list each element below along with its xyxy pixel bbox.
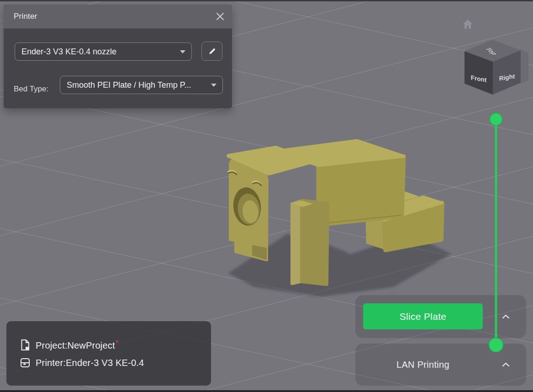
model-blocky-dog[interactable] [201,132,466,306]
lan-printing-button[interactable]: LAN Printing [363,344,483,386]
project-status-row: Project:NewProject* [20,339,211,351]
project-status-panel: Project:NewProject* Printer:Ender-3 V3 K… [6,321,211,386]
slicer-3d-viewport: Top Front Right Printer Ender-3 V3 KE-0.… [0,0,533,392]
printer-device-icon [20,357,30,368]
project-line: Project:NewProject [36,340,115,350]
window-top-edge [0,0,533,1]
chevron-down-icon [211,84,216,87]
bed-type-value: Smooth PEI Plate / High Temp P... [67,80,191,90]
view-cube[interactable]: Top Front Right [459,37,533,98]
layer-slider[interactable] [483,109,509,354]
layer-slider-handle-bottom[interactable] [489,338,503,352]
close-icon[interactable] [216,12,225,21]
pencil-icon [208,48,216,55]
active-printer-text: Printer:Ender-3 V3 KE-0.4 [36,358,144,368]
edit-preset-button[interactable] [201,42,222,61]
printer-panel-title: Printer [14,12,37,21]
chevron-down-icon [180,50,185,53]
layer-slider-handle-top[interactable] [490,113,502,126]
printer-panel-header: Printer [4,5,232,29]
home-icon[interactable] [462,19,474,30]
project-name-text: Project:NewProject* [36,339,119,351]
model-front-leg [292,201,327,284]
printer-status-row: Printer:Ender-3 V3 KE-0.4 [20,357,211,368]
printer-preset-dropdown[interactable]: Ender-3 V3 KE-0.4 nozzle [15,42,192,61]
print-options-chevron-up-icon[interactable] [502,362,510,367]
project-file-icon [20,339,30,351]
modified-marker: * [116,339,119,348]
printer-panel: Printer Ender-3 V3 KE-0.4 nozzle Bed Typ… [4,5,232,108]
bed-type-dropdown[interactable]: Smooth PEI Plate / High Temp P... [60,76,223,94]
window-bottom-edge [0,390,533,392]
slice-plate-button[interactable]: Slice Plate [363,303,483,329]
view-cube-back-sliver [521,49,528,84]
printer-preset-value: Ender-3 V3 KE-0.4 nozzle [21,47,116,57]
bed-type-label: Bed Type: [14,80,48,98]
